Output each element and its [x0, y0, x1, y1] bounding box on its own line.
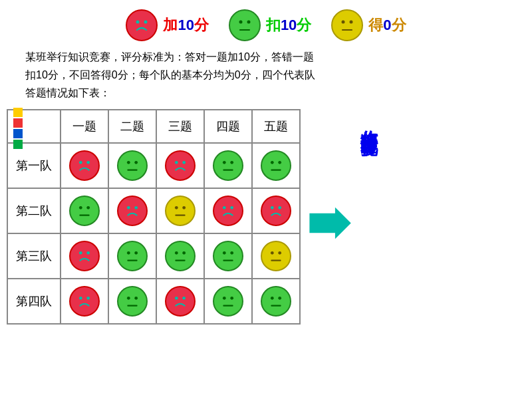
- svg-point-31: [182, 205, 186, 209]
- svg-point-19: [223, 160, 226, 164]
- team-4-q5: [252, 279, 300, 324]
- svg-rect-9: [13, 118, 23, 128]
- svg-point-20: [230, 160, 233, 164]
- svg-point-18: [182, 160, 186, 164]
- svg-point-49: [278, 251, 281, 254]
- svg-point-40: [134, 251, 138, 254]
- svg-point-13: [86, 160, 90, 164]
- svg-point-56: [175, 296, 178, 299]
- side-question-text: 你将如何统计得多呢？: [360, 116, 378, 325]
- svg-point-62: [278, 296, 281, 299]
- legend-deduct: 扣10分: [229, 9, 311, 41]
- team-4-q4: [204, 279, 252, 324]
- svg-point-39: [127, 251, 130, 254]
- legend-zero-label: 得0分: [368, 15, 406, 35]
- header-q2: 二题: [108, 110, 156, 143]
- svg-point-2: [239, 21, 242, 24]
- svg-point-35: [271, 205, 274, 209]
- svg-point-3: [247, 21, 250, 24]
- team-1-q5: [252, 143, 300, 188]
- table-row: 第四队: [7, 279, 300, 324]
- team-1-q1: [61, 143, 108, 188]
- svg-marker-64: [309, 207, 350, 239]
- answer-table: 一题 二题 三题 四题 五题 第一队: [7, 109, 301, 325]
- right-arrow-icon: [309, 205, 352, 241]
- legend-zero: 得0分: [331, 9, 406, 41]
- svg-point-61: [271, 296, 274, 299]
- svg-point-34: [230, 205, 233, 209]
- sad-face-svg: [129, 13, 154, 38]
- svg-point-22: [271, 160, 274, 164]
- header-q4: 四题: [204, 110, 252, 143]
- svg-point-25: [79, 205, 82, 209]
- team-2-label: 第二队: [7, 188, 61, 233]
- svg-point-17: [175, 160, 178, 164]
- table-row: 第三队: [7, 233, 300, 279]
- team-3-q4: [204, 233, 252, 279]
- green-face-icon: [229, 9, 261, 41]
- description-area: 某班举行知识竞赛，评分标准为：答对一题加10分，答错一题扣10分，不回答得0分；…: [7, 48, 525, 102]
- team-3-q1: [61, 233, 108, 279]
- corner-decoration: [13, 108, 28, 151]
- svg-point-0: [136, 21, 140, 24]
- legend-deduct-label: 扣10分: [266, 15, 311, 35]
- team-4-q2: [108, 279, 156, 324]
- team-3-q3: [156, 233, 204, 279]
- svg-point-57: [182, 296, 186, 299]
- red-face-icon: [126, 9, 158, 41]
- team-1-q4: [204, 143, 252, 188]
- team-3-q2: [108, 233, 156, 279]
- svg-point-42: [175, 251, 178, 254]
- yellow-face-icon: [331, 9, 363, 41]
- svg-point-51: [79, 296, 82, 299]
- svg-point-30: [175, 205, 178, 209]
- svg-point-33: [223, 205, 226, 209]
- svg-point-37: [79, 251, 82, 254]
- svg-point-52: [86, 296, 90, 299]
- svg-point-45: [223, 251, 226, 254]
- header-q3: 三题: [156, 110, 204, 143]
- team-1-q2: [108, 143, 156, 188]
- svg-point-1: [144, 21, 148, 24]
- team-3-label: 第三队: [7, 233, 61, 279]
- svg-point-48: [271, 251, 274, 254]
- table-header-row: 一题 二题 三题 四题 五题: [7, 110, 300, 143]
- team-4-q1: [61, 279, 108, 324]
- team-2-q4: [204, 188, 252, 233]
- svg-point-59: [230, 296, 233, 299]
- svg-point-15: [134, 160, 138, 164]
- svg-point-5: [342, 21, 345, 24]
- header-q5: 五题: [252, 110, 300, 143]
- neutral-face-svg-2: [334, 13, 360, 38]
- svg-rect-8: [13, 108, 23, 117]
- svg-rect-11: [13, 140, 23, 149]
- team-4-label: 第四队: [7, 279, 61, 324]
- svg-point-46: [230, 251, 233, 254]
- svg-point-53: [127, 296, 130, 299]
- legend-add-label: 加10分: [163, 15, 208, 35]
- svg-point-38: [86, 251, 90, 254]
- header-q1: 一题: [61, 110, 108, 143]
- team-1-q3: [156, 143, 204, 188]
- main-content: 一题 二题 三题 四题 五题 第一队: [0, 109, 532, 325]
- svg-point-28: [127, 205, 130, 209]
- legend-row: 加10分 扣10分 得0分: [0, 0, 532, 48]
- svg-point-23: [278, 160, 281, 164]
- svg-rect-10: [13, 129, 23, 138]
- svg-point-58: [223, 296, 226, 299]
- svg-point-26: [86, 205, 90, 209]
- svg-point-14: [127, 160, 130, 164]
- legend-add: 加10分: [126, 9, 208, 41]
- neutral-face-svg-1: [232, 13, 257, 38]
- svg-point-54: [134, 296, 138, 299]
- svg-point-6: [350, 21, 353, 24]
- team-4-q3: [156, 279, 204, 324]
- svg-point-12: [79, 160, 82, 164]
- table-row: 第二队: [7, 188, 300, 233]
- team-2-q2: [108, 188, 156, 233]
- svg-point-29: [134, 205, 138, 209]
- svg-point-36: [278, 205, 281, 209]
- table-row: 第一队: [7, 143, 300, 188]
- team-3-q5: [252, 233, 300, 279]
- description-text: 某班举行知识竞赛，评分标准为：答对一题加10分，答错一题扣10分，不回答得0分；…: [25, 48, 408, 102]
